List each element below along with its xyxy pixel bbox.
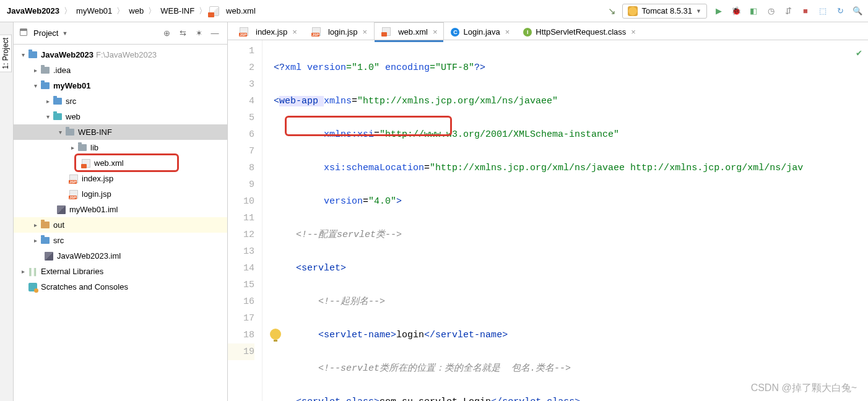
editor-area: index.jsp × login.jsp × web.xml × C Logi… — [228, 22, 868, 401]
folder-icon — [78, 144, 87, 151]
tree-node-src[interactable]: ▸ src — [14, 93, 227, 109]
tree-node-src2[interactable]: ▸ src — [14, 233, 227, 248]
xml-file-icon — [82, 159, 90, 168]
project-scope-chevron-icon[interactable]: ▼ — [62, 30, 67, 37]
profile-button[interactable]: ◷ — [765, 6, 776, 17]
chevron-right-icon: ▸ — [31, 67, 40, 74]
xml-file-icon — [382, 27, 391, 36]
breadcrumb-folder-web[interactable]: web — [127, 5, 145, 17]
tree-node-myweb01[interactable]: ▾ myWeb01 — [14, 78, 227, 93]
tree-node-external-libs[interactable]: ▸ ║║ External Libraries — [14, 264, 227, 279]
chevron-down-icon: ▾ — [56, 129, 64, 136]
tree-node-loginjsp[interactable]: login.jsp — [14, 186, 227, 202]
fold-gutter[interactable] — [263, 40, 271, 401]
expand-all-button[interactable]: ⇆ — [176, 27, 189, 40]
tree-node-indexjsp[interactable]: index.jsp — [14, 171, 227, 186]
breadcrumb-folder-webinf[interactable]: WEB-INF — [158, 5, 196, 17]
chevron-down-icon: ▾ — [43, 113, 52, 120]
project-toolwindow-tab[interactable]: 1: Project — [0, 35, 12, 72]
close-icon[interactable]: × — [292, 27, 297, 37]
tab-loginjsp[interactable]: login.jsp × — [304, 22, 374, 40]
project-panel-title[interactable]: Project — [33, 28, 58, 38]
chevron-down-icon: ▾ — [31, 82, 40, 89]
tree-node-myweb-iml[interactable]: myWeb01.iml — [14, 202, 227, 217]
update-button[interactable]: ↻ — [835, 6, 846, 17]
search-button[interactable]: 🔍 — [852, 6, 863, 17]
breadcrumb-file[interactable]: web.xml — [224, 5, 258, 17]
jsp-file-icon — [240, 27, 248, 36]
tree-node-jw-iml[interactable]: JavaWeb2023.iml — [14, 248, 227, 264]
tree-node-scratches[interactable]: Scratches and Consoles — [14, 279, 227, 295]
project-view-icon — [20, 28, 30, 38]
chevron-down-icon: ▾ — [19, 51, 27, 58]
tree-node-idea[interactable]: ▸ .idea — [14, 63, 227, 78]
chevron-right-icon: ▸ — [68, 144, 77, 151]
close-icon[interactable]: × — [363, 27, 368, 37]
chevron-right-icon: ▸ — [43, 98, 52, 105]
debug-button[interactable]: 🐞 — [731, 6, 742, 17]
attach-button[interactable]: ⇵ — [783, 6, 794, 17]
code-editor[interactable]: ✔ 12345678910111213141516171819 <?xml ve… — [228, 40, 868, 401]
tree-node-lib[interactable]: ▸ lib — [14, 140, 227, 155]
navigation-bar: JavaWeb2023 〉 myWeb01 〉 web 〉 WEB-INF 〉 … — [0, 0, 868, 22]
run-config-dropdown[interactable]: Tomcat 8.5.31 ▼ — [622, 4, 707, 19]
java-interface-icon: I — [523, 28, 532, 37]
iml-file-icon — [45, 252, 53, 261]
jsp-file-icon — [69, 175, 78, 183]
scratches-icon — [28, 283, 37, 291]
xml-file-icon — [209, 6, 219, 16]
folder-icon — [41, 67, 50, 74]
close-icon[interactable]: × — [631, 27, 636, 37]
tree-node-web[interactable]: ▾ web — [14, 109, 227, 124]
watermark-text: CSDN @掉了颗大白兔~ — [751, 382, 857, 395]
tree-node-project-root[interactable]: ▾ JavaWeb2023 F:\JavaWeb2023 — [14, 47, 227, 63]
build-icon[interactable]: ↘ — [608, 6, 616, 17]
iml-file-icon — [57, 205, 66, 214]
tree-node-webinf[interactable]: ▾ WEB-INF — [14, 124, 227, 140]
hide-button[interactable]: — — [209, 27, 221, 40]
tree-settings-button[interactable]: ✶ — [193, 27, 205, 40]
code-content[interactable]: <?xml version="1.0" encoding="UTF-8"?> <… — [271, 40, 868, 401]
project-panel-header: Project ▼ ⊕ ⇆ ✶ — — [14, 22, 227, 45]
close-icon[interactable]: × — [505, 27, 510, 37]
tool-window-stripe: 1: Project — [0, 22, 14, 401]
project-tool-window: Project ▼ ⊕ ⇆ ✶ — ▾ JavaWeb2023 F:\JavaW… — [14, 22, 228, 401]
module-folder-icon — [41, 82, 50, 89]
tree-node-webxml[interactable]: web.xml — [14, 155, 227, 171]
breadcrumb-module[interactable]: myWeb01 — [74, 5, 114, 17]
folder-icon — [66, 129, 74, 136]
run-config-label: Tomcat 8.5.31 — [641, 6, 692, 15]
git-button[interactable]: ⬚ — [817, 6, 828, 17]
java-class-icon: C — [451, 28, 459, 37]
run-coverage-button[interactable]: ◧ — [748, 6, 759, 17]
run-button[interactable]: ▶ — [713, 6, 724, 17]
locate-file-button[interactable]: ⊕ — [160, 27, 173, 40]
breadcrumb: JavaWeb2023 〉 myWeb01 〉 web 〉 WEB-INF 〉 … — [5, 5, 258, 17]
project-tree[interactable]: ▾ JavaWeb2023 F:\JavaWeb2023 ▸ .idea ▾ m… — [14, 45, 227, 297]
line-number-gutter: 12345678910111213141516171819 — [228, 40, 263, 401]
tab-indexjsp[interactable]: index.jsp × — [232, 22, 304, 40]
tab-httpservletrequest[interactable]: I HttpServletRequest.class × — [516, 23, 643, 40]
chevron-right-icon: ▸ — [31, 237, 40, 244]
tomcat-icon — [628, 6, 638, 16]
inspection-ok-icon[interactable]: ✔ — [856, 45, 862, 62]
stop-button[interactable]: ■ — [800, 6, 811, 17]
tree-node-out[interactable]: ▸ out — [14, 217, 227, 233]
chevron-down-icon: ▼ — [696, 8, 701, 14]
jsp-file-icon — [312, 27, 321, 36]
jsp-file-icon — [69, 190, 78, 199]
tab-webxml[interactable]: web.xml × — [374, 22, 444, 40]
out-folder-icon — [41, 222, 50, 228]
chevron-right-icon: ▸ — [19, 268, 27, 275]
chevron-right-icon: ▸ — [31, 222, 40, 228]
source-folder-icon — [41, 237, 50, 244]
web-folder-icon — [53, 113, 62, 120]
intention-bulb-icon[interactable] — [270, 329, 281, 340]
tab-loginjava[interactable]: C Login.java × — [444, 23, 516, 40]
source-folder-icon — [53, 98, 62, 105]
close-icon[interactable]: × — [433, 27, 438, 37]
breadcrumb-root[interactable]: JavaWeb2023 — [5, 5, 61, 17]
toolbar-right: ↘ Tomcat 8.5.31 ▼ ▶ 🐞 ◧ ◷ ⇵ ■ ⬚ ↻ 🔍 — [608, 4, 863, 19]
libraries-icon: ║║ — [27, 267, 38, 277]
editor-tabs: index.jsp × login.jsp × web.xml × C Logi… — [228, 22, 868, 40]
